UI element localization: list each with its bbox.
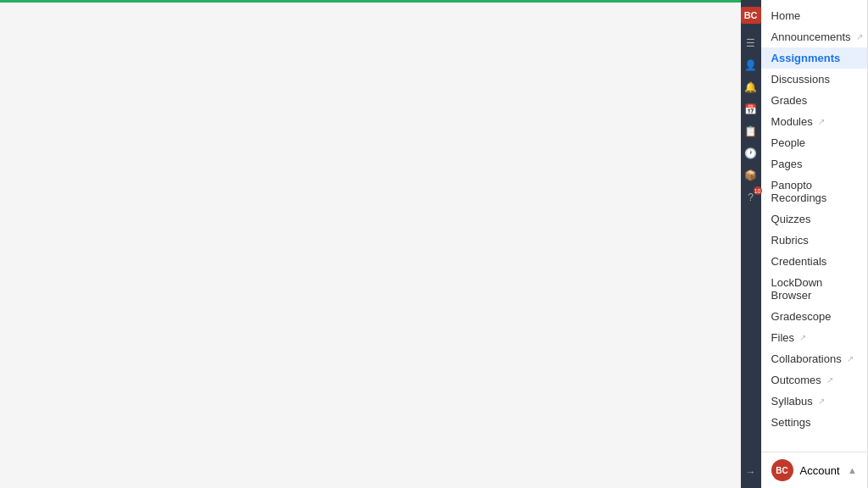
sidebar-item-announcements[interactable]: Announcements ↗ [761, 26, 867, 47]
app-logo: BC [741, 7, 761, 24]
account-label: Account [800, 464, 840, 477]
account-avatar: BC [771, 459, 793, 481]
external-icon: ↗ [799, 333, 806, 342]
sidebar-item-credentials[interactable]: Credentials [761, 251, 867, 272]
account-section[interactable]: BC Account ▲ [761, 452, 867, 488]
sidebar-item-assignments[interactable]: Assignments [761, 47, 867, 69]
sidebar-item-syllabus[interactable]: Syllabus ↗ [761, 391, 867, 412]
green-accent-bar [0, 0, 741, 3]
sidebar-item-people[interactable]: People [761, 132, 867, 153]
sidebar-item-grades[interactable]: Grades [761, 90, 867, 111]
sidebar-item-rubrics[interactable]: Rubrics [761, 230, 867, 251]
external-icon: ↗ [847, 354, 854, 363]
bell-icon[interactable]: 🔔 [742, 78, 760, 97]
external-icon: ↗ [818, 117, 825, 126]
calendar-icon[interactable]: 📅 [742, 100, 760, 119]
sidebar-item-panopto[interactable]: Panopto Recordings [761, 175, 867, 208]
sidebar-item-gradescope[interactable]: Gradescope [761, 306, 867, 327]
sidebar-item-quizzes[interactable]: Quizzes [761, 208, 867, 230]
sidebar-item-settings[interactable]: Settings [761, 412, 867, 433]
help-icon[interactable]: ? 10 [742, 188, 760, 207]
sidebar-item-discussions[interactable]: Discussions [761, 69, 867, 90]
sidebar-item-outcomes[interactable]: Outcomes ↗ [761, 369, 867, 391]
inbox-icon[interactable]: 📋 [742, 122, 760, 141]
user-icon[interactable]: 👤 [742, 56, 760, 75]
account-chevron: ▲ [848, 465, 857, 475]
sidebar-item-files[interactable]: Files ↗ [761, 327, 867, 348]
sidebar-item-home[interactable]: Home [761, 5, 867, 26]
sidebar-item-modules[interactable]: Modules ↗ [761, 111, 867, 132]
sidebar-item-pages[interactable]: Pages [761, 153, 867, 175]
sidebar-item-collaborations[interactable]: Collaborations ↗ [761, 348, 867, 369]
external-icon: ↗ [818, 396, 825, 406]
nav-sidebar: Home Announcements ↗ Assignments Discuss… [761, 0, 868, 488]
help-badge: 10 [754, 186, 762, 195]
icon-sidebar: BC ☰ 👤 🔔 📅 📋 🕐 📦 ? 10 → [741, 0, 761, 488]
sidebar-item-lockdown[interactable]: LockDown Browser [761, 272, 867, 306]
history-icon[interactable]: 🕐 [742, 144, 760, 163]
commons-icon[interactable]: 📦 [742, 166, 760, 185]
hamburger-menu-icon[interactable]: ☰ [742, 34, 760, 53]
external-icon: ↗ [856, 32, 863, 42]
collapse-icon[interactable]: → [742, 463, 760, 481]
external-icon: ↗ [826, 375, 833, 385]
